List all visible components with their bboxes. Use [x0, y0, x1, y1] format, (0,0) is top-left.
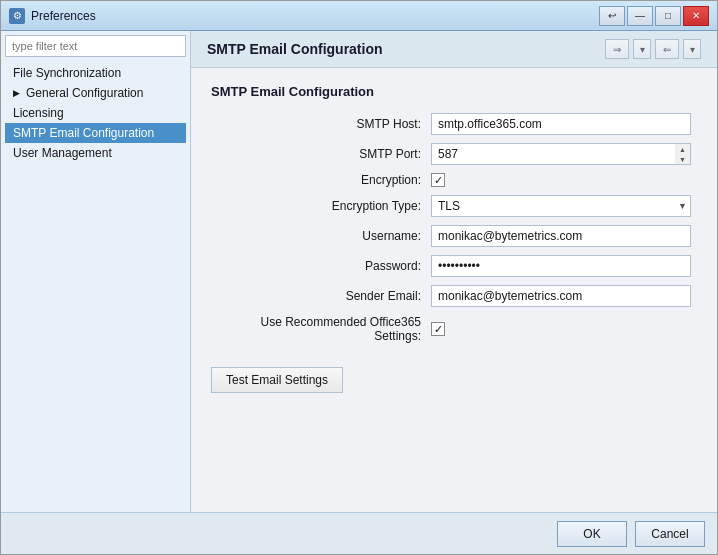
spinner-down-button[interactable]: ▼: [675, 154, 690, 164]
encryption-type-label: Encryption Type:: [211, 199, 431, 213]
window-controls: ↩ — □ ✕: [599, 6, 709, 26]
filter-input[interactable]: [5, 35, 186, 57]
nav-back-button[interactable]: ⇐: [655, 39, 679, 59]
password-control: [431, 255, 691, 277]
sender-email-label: Sender Email:: [211, 289, 431, 303]
back-button[interactable]: ↩: [599, 6, 625, 26]
ok-button[interactable]: OK: [557, 521, 627, 547]
smtp-host-input[interactable]: [431, 113, 691, 135]
close-button[interactable]: ✕: [683, 6, 709, 26]
sidebar-item-label: User Management: [13, 146, 112, 160]
nav-back-dropdown[interactable]: ▾: [683, 39, 701, 59]
content-area: SMTP Email Configuration ⇒ ▾ ⇐ ▾ SMTP Em…: [191, 31, 717, 512]
encryption-row: Encryption:: [211, 173, 697, 187]
username-label: Username:: [211, 229, 431, 243]
sender-email-row: Sender Email:: [211, 285, 697, 307]
section-title: SMTP Email Configuration: [211, 84, 697, 99]
sidebar-item-file-sync[interactable]: File Synchronization: [5, 63, 186, 83]
form-panel: SMTP Email Configuration SMTP Host: SMTP…: [191, 68, 717, 512]
sidebar-item-label: File Synchronization: [13, 66, 121, 80]
office365-label: Use Recommended Office365 Settings:: [211, 315, 431, 343]
maximize-button[interactable]: □: [655, 6, 681, 26]
smtp-host-row: SMTP Host:: [211, 113, 697, 135]
sidebar-item-user-management[interactable]: User Management: [5, 143, 186, 163]
nav-forward-dropdown[interactable]: ▾: [633, 39, 651, 59]
title-bar: ⚙ Preferences ↩ — □ ✕: [1, 1, 717, 31]
office365-row: Use Recommended Office365 Settings:: [211, 315, 697, 343]
sidebar-item-label: General Configuration: [26, 86, 143, 100]
username-control: [431, 225, 691, 247]
encryption-type-select[interactable]: TLS SSL STARTTLS None: [431, 195, 691, 217]
sender-email-input[interactable]: [431, 285, 691, 307]
office365-checkbox[interactable]: [431, 322, 445, 336]
title-bar-left: ⚙ Preferences: [9, 8, 96, 24]
password-row: Password:: [211, 255, 697, 277]
smtp-host-control: [431, 113, 691, 135]
content-title: SMTP Email Configuration: [207, 41, 383, 57]
minimize-button[interactable]: —: [627, 6, 653, 26]
smtp-port-spinner: ▲ ▼: [431, 143, 691, 165]
spinner-buttons: ▲ ▼: [675, 143, 691, 165]
sidebar-item-label: Licensing: [13, 106, 64, 120]
sidebar-item-general-config[interactable]: ▶ General Configuration: [5, 83, 186, 103]
encryption-checkbox[interactable]: [431, 173, 445, 187]
nav-buttons: ⇒ ▾ ⇐ ▾: [605, 39, 701, 59]
smtp-host-label: SMTP Host:: [211, 117, 431, 131]
spinner-up-button[interactable]: ▲: [675, 144, 690, 154]
app-icon: ⚙: [9, 8, 25, 24]
username-input[interactable]: [431, 225, 691, 247]
encryption-type-control: TLS SSL STARTTLS None ▼: [431, 195, 691, 217]
username-row: Username:: [211, 225, 697, 247]
window-title: Preferences: [31, 9, 96, 23]
sender-email-control: [431, 285, 691, 307]
nav-forward-button[interactable]: ⇒: [605, 39, 629, 59]
test-email-button[interactable]: Test Email Settings: [211, 367, 343, 393]
expand-arrow-icon: ▶: [13, 88, 20, 98]
main-content: File Synchronization ▶ General Configura…: [1, 31, 717, 512]
cancel-button[interactable]: Cancel: [635, 521, 705, 547]
content-header: SMTP Email Configuration ⇒ ▾ ⇐ ▾: [191, 31, 717, 68]
smtp-port-label: SMTP Port:: [211, 147, 431, 161]
dialog-footer: OK Cancel: [1, 512, 717, 554]
password-label: Password:: [211, 259, 431, 273]
encryption-control: [431, 173, 691, 187]
password-input[interactable]: [431, 255, 691, 277]
smtp-port-input[interactable]: [431, 143, 675, 165]
smtp-port-control: ▲ ▼: [431, 143, 691, 165]
smtp-port-row: SMTP Port: ▲ ▼: [211, 143, 697, 165]
sidebar-item-licensing[interactable]: Licensing: [5, 103, 186, 123]
sidebar-item-label: SMTP Email Configuration: [13, 126, 154, 140]
sidebar-item-smtp-email[interactable]: SMTP Email Configuration: [5, 123, 186, 143]
sidebar: File Synchronization ▶ General Configura…: [1, 31, 191, 512]
office365-control: [431, 322, 691, 336]
preferences-window: ⚙ Preferences ↩ — □ ✕ File Synchronizati…: [0, 0, 718, 555]
encryption-type-row: Encryption Type: TLS SSL STARTTLS None ▼: [211, 195, 697, 217]
encryption-label: Encryption:: [211, 173, 431, 187]
